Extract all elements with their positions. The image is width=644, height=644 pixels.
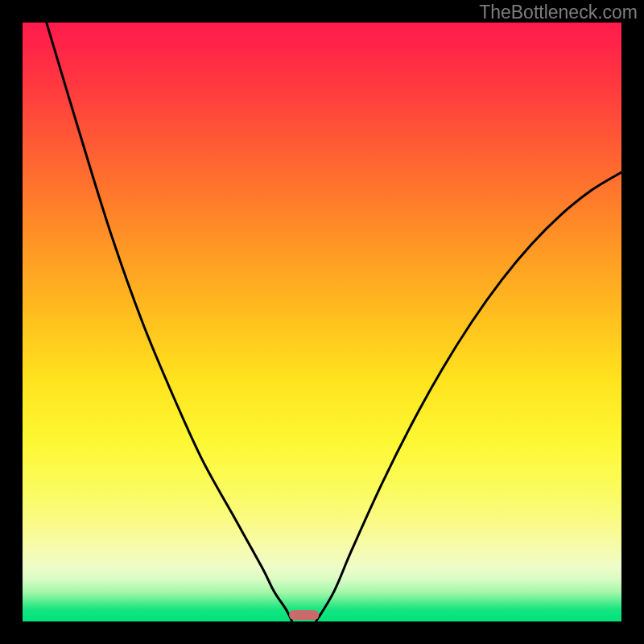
watermark-label: TheBottleneck.com [479,2,638,23]
plot-area [23,23,621,621]
optimum-marker [289,610,319,620]
chart-canvas [23,23,621,621]
outer-frame: TheBottleneck.com [0,0,644,644]
gradient-background [23,23,621,621]
